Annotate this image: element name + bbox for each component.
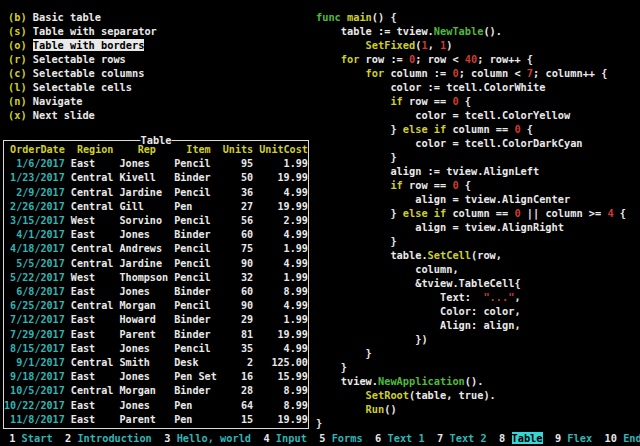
menu-item-label: Basic table xyxy=(33,11,101,23)
slide-tab-text-1[interactable]: Text 1 xyxy=(387,432,424,444)
menu-item-o[interactable]: (o) Table with borders xyxy=(8,38,157,52)
order-date-cell: 10/22/2017 xyxy=(4,400,65,411)
code-token: table. xyxy=(316,249,428,261)
code-token: { xyxy=(459,179,471,191)
code-token: } xyxy=(316,361,347,373)
table-row[interactable]: 10/22/2017 East Jones Pen 64 8.99 xyxy=(4,399,308,413)
code-line: func main() { xyxy=(316,10,626,24)
code-token: 40 xyxy=(465,53,477,65)
terminal-window: (b) Basic table(s) Table with separator(… xyxy=(0,0,640,446)
row-cells: Central Jardine Pencil 36 4.99 xyxy=(65,187,308,198)
menu-item-label: Next slide xyxy=(33,109,95,121)
table-row[interactable]: 3/15/2017 West Sorvino Pencil 56 2.99 xyxy=(4,214,308,228)
table-row[interactable]: 8/15/2017 East Jones Pencil 35 4.99 xyxy=(4,342,308,356)
row-cells: East Jones Pencil 95 1.99 xyxy=(65,158,308,169)
slide-tab-flex[interactable]: Flex xyxy=(567,432,592,444)
slide-tab-hello-world[interactable]: Hello, world xyxy=(177,432,251,444)
code-token: , xyxy=(514,291,520,303)
code-token: ; row < xyxy=(415,53,465,65)
code-token: for xyxy=(366,67,385,79)
code-token: } xyxy=(316,347,372,359)
code-token: Align: align, xyxy=(316,319,521,331)
code-token: }) xyxy=(316,333,428,345)
slide-number: 7 xyxy=(437,432,443,444)
code-token: if xyxy=(390,179,402,191)
row-cells: East Jones Binder 60 4.99 xyxy=(65,229,308,240)
code-token: row == xyxy=(403,179,453,191)
code-token: Color: color, xyxy=(316,305,521,317)
menu-item-key: (x) xyxy=(8,109,27,121)
slide-tab-end[interactable]: End xyxy=(623,432,640,444)
menu-item-n[interactable]: (n) Navigate xyxy=(8,94,157,108)
menu-item-x[interactable]: (x) Next slide xyxy=(8,108,157,122)
code-line: for row := 0; row < 40; row++ { xyxy=(316,52,626,66)
code-token: align = tview.AlignCenter xyxy=(316,193,570,205)
table-row[interactable]: 2/26/2017 Central Gill Pen 27 19.99 xyxy=(4,200,308,214)
row-cells: East Jones Pencil 35 4.99 xyxy=(65,343,308,354)
code-token: table := tview. xyxy=(316,25,434,37)
code-line: table.SetCell(row, xyxy=(316,248,626,262)
menu-item-label: Navigate xyxy=(33,95,83,107)
code-token: SetFixed xyxy=(366,39,416,51)
order-date-cell: 6/8/2017 xyxy=(4,286,65,297)
slide-tab-table[interactable]: Table xyxy=(512,432,543,444)
code-line: } xyxy=(316,150,626,164)
row-cells: Central Gill Pen 27 19.99 xyxy=(65,201,308,212)
code-token: column := xyxy=(384,67,452,79)
table-row[interactable]: 2/9/2017 Central Jardine Pencil 36 4.99 xyxy=(4,186,308,200)
slide-tab-start[interactable]: Start xyxy=(22,432,53,444)
menu-item-label: Selectable cells xyxy=(33,81,132,93)
table-row[interactable]: 5/22/2017 West Thompson Pencil 32 1.99 xyxy=(4,271,308,285)
order-date-cell: 7/12/2017 xyxy=(4,314,65,325)
row-cells: East Howard Binder 29 1.99 xyxy=(65,314,308,325)
table-row[interactable]: 7/12/2017 East Howard Binder 29 1.99 xyxy=(4,313,308,327)
table-row[interactable]: 9/1/2017 Central Smith Desk 2 125.00 xyxy=(4,356,308,370)
slide-tab-text-2[interactable]: Text 2 xyxy=(450,432,487,444)
menu-item-s[interactable]: (s) Table with separator xyxy=(8,24,157,38)
slide-number: 2 xyxy=(65,432,71,444)
code-line: }) xyxy=(316,332,626,346)
menu-item-c[interactable]: (c) Selectable columns xyxy=(8,66,157,80)
slide-tab-forms[interactable]: Forms xyxy=(332,432,363,444)
menu-item-r[interactable]: (r) Selectable rows xyxy=(8,52,157,66)
table-row[interactable]: 9/18/2017 East Jones Pen Set 16 15.99 xyxy=(4,370,308,384)
table-row[interactable]: 1/23/2017 Central Kivell Binder 50 19.99 xyxy=(4,171,308,185)
code-token: (). xyxy=(465,375,484,387)
table-row[interactable]: 10/5/2017 Central Morgan Binder 28 8.99 xyxy=(4,384,308,398)
code-token: if xyxy=(390,95,402,107)
table-row[interactable]: 11/8/2017 East Parent Pen 15 19.99 xyxy=(4,413,308,427)
table-row[interactable]: 6/25/2017 Central Morgan Pencil 90 4.99 xyxy=(4,299,308,313)
order-date-cell: 10/5/2017 xyxy=(4,385,65,396)
code-line: if row == 0 { xyxy=(316,178,626,192)
code-line: align = tview.AlignRight xyxy=(316,220,626,234)
table-row[interactable]: 7/29/2017 East Parent Binder 81 19.99 xyxy=(4,328,308,342)
table-row[interactable]: 5/5/2017 Central Jardine Pencil 90 4.99 xyxy=(4,257,308,271)
menu-item-key: (b) xyxy=(8,11,27,23)
table-row[interactable]: 1/6/2017 East Jones Pencil 95 1.99 xyxy=(4,157,308,171)
code-token: ; column < xyxy=(459,67,527,79)
code-line: tview.NewApplication(). xyxy=(316,374,626,388)
order-date-cell: 2/26/2017 xyxy=(4,201,65,212)
slide-number: 1 xyxy=(9,432,15,444)
slide-tab-introduction[interactable]: Introduction xyxy=(77,432,151,444)
menu-item-key: (s) xyxy=(8,25,27,37)
slide-tab-input[interactable]: Input xyxy=(276,432,307,444)
slide-number: 6 xyxy=(375,432,381,444)
code-view: func main() { table := tview.NewTable().… xyxy=(316,10,626,430)
table-row[interactable]: 6/8/2017 East Jones Binder 60 8.99 xyxy=(4,285,308,299)
code-token: (). xyxy=(483,25,502,37)
table-row[interactable]: 4/1/2017 East Jones Binder 60 4.99 xyxy=(4,228,308,242)
menu-item-l[interactable]: (l) Selectable cells xyxy=(8,80,157,94)
code-line: } xyxy=(316,346,626,360)
orders-table[interactable]: Table OrderDate Region Rep Item Units Un… xyxy=(3,140,309,429)
code-token: else xyxy=(403,207,428,219)
code-token: (row, xyxy=(471,249,502,261)
slide-number: 10 xyxy=(605,432,617,444)
code-token: color := tcell.ColorWhite xyxy=(316,81,545,93)
slide-number: 4 xyxy=(263,432,269,444)
order-date-cell: 8/15/2017 xyxy=(4,343,65,354)
order-date-cell: 5/22/2017 xyxy=(4,272,65,283)
code-token: } xyxy=(316,235,397,247)
menu-item-b[interactable]: (b) Basic table xyxy=(8,10,157,24)
table-row[interactable]: 4/18/2017 Central Andrews Pencil 75 1.99 xyxy=(4,242,308,256)
